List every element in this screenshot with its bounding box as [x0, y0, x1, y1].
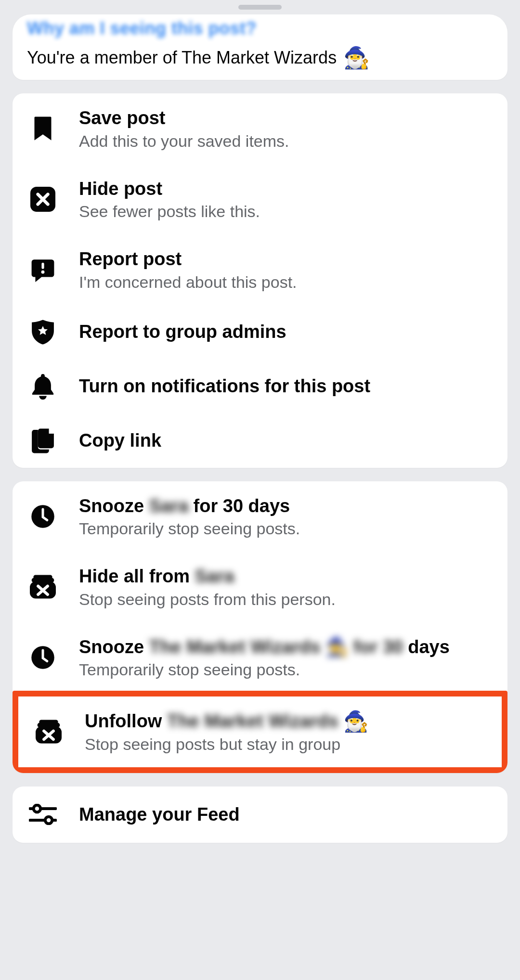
manage-feed-title: Manage your Feed	[79, 803, 487, 826]
hide-post-title: Hide post	[79, 178, 487, 201]
save-post-row[interactable]: Save post Add this to your saved items.	[13, 93, 507, 164]
report-post-row[interactable]: Report post I'm concerned about this pos…	[13, 234, 507, 305]
member-text: You're a member of The Market Wizards	[27, 48, 337, 68]
source-controls-card: Snooze Sara for 30 days Temporarily stop…	[13, 481, 507, 773]
unfollow-highlight: Unfollow The Market Wizards 🧙‍♂️ Stop se…	[13, 691, 507, 773]
clock-icon	[26, 645, 60, 670]
stack-x-icon	[26, 574, 60, 600]
hide-all-person-row[interactable]: Hide all from Sara Stop seeing posts fro…	[13, 552, 507, 622]
copy-link-row[interactable]: Copy link	[13, 414, 507, 468]
hide-post-row[interactable]: Hide post See fewer posts like this.	[13, 164, 507, 235]
save-post-title: Save post	[79, 107, 487, 130]
report-icon	[26, 257, 60, 282]
hide-post-sub: See fewer posts like this.	[79, 202, 487, 221]
member-of-group-row: You're a member of The Market Wizards 🧙‍…	[27, 47, 493, 68]
wizard-icon: 🧙‍♂️	[343, 711, 368, 732]
unfollow-group-row[interactable]: Unfollow The Market Wizards 🧙‍♂️ Stop se…	[18, 696, 502, 767]
snooze-person-row[interactable]: Snooze Sara for 30 days Temporarily stop…	[13, 481, 507, 552]
shield-star-icon	[26, 319, 60, 346]
snooze-group-sub: Temporarily stop seeing posts.	[79, 660, 487, 679]
manage-feed-card: Manage your Feed	[13, 787, 507, 843]
post-actions-card: Save post Add this to your saved items. …	[13, 93, 507, 468]
notifications-row[interactable]: Turn on notifications for this post	[13, 359, 507, 414]
snooze-person-sub: Temporarily stop seeing posts.	[79, 519, 487, 538]
sheet-handle[interactable]	[13, 0, 507, 10]
bell-icon	[26, 373, 60, 400]
clock-icon	[26, 504, 60, 529]
snooze-group-row[interactable]: Snooze The Market Wizards 🧙 for 30 days …	[13, 622, 507, 693]
notifications-title: Turn on notifications for this post	[79, 374, 487, 398]
save-post-sub: Add this to your saved items.	[79, 132, 487, 151]
why-seeing-link[interactable]: Why am I seeing this post?	[27, 18, 493, 39]
x-box-icon	[26, 187, 60, 212]
svg-point-14	[45, 817, 52, 824]
svg-rect-1	[41, 263, 44, 269]
stack-x-icon	[32, 719, 65, 745]
copy-icon	[26, 427, 60, 454]
report-post-sub: I'm concerned about this post.	[79, 273, 487, 292]
wizard-icon: 🧙‍♂️	[343, 47, 370, 68]
svg-point-2	[41, 271, 45, 274]
hide-all-person-title: Hide all from Sara	[79, 565, 487, 588]
report-admins-row[interactable]: Report to group admins	[13, 305, 507, 359]
report-admins-title: Report to group admins	[79, 320, 487, 344]
hide-all-person-sub: Stop seeing posts from this person.	[79, 590, 487, 609]
copy-link-title: Copy link	[79, 429, 487, 452]
snooze-person-title: Snooze Sara for 30 days	[79, 495, 487, 518]
unfollow-group-title: Unfollow The Market Wizards 🧙‍♂️	[85, 710, 481, 733]
report-post-title: Report post	[79, 248, 487, 271]
bookmark-icon	[26, 115, 60, 142]
sliders-icon	[26, 804, 60, 825]
svg-point-12	[34, 805, 41, 812]
context-card: Why am I seeing this post? You're a memb…	[13, 14, 507, 80]
manage-feed-row[interactable]: Manage your Feed	[13, 787, 507, 843]
snooze-group-title: Snooze The Market Wizards 🧙 for 30 days	[79, 636, 487, 659]
unfollow-group-sub: Stop seeing posts but stay in group	[85, 735, 481, 754]
